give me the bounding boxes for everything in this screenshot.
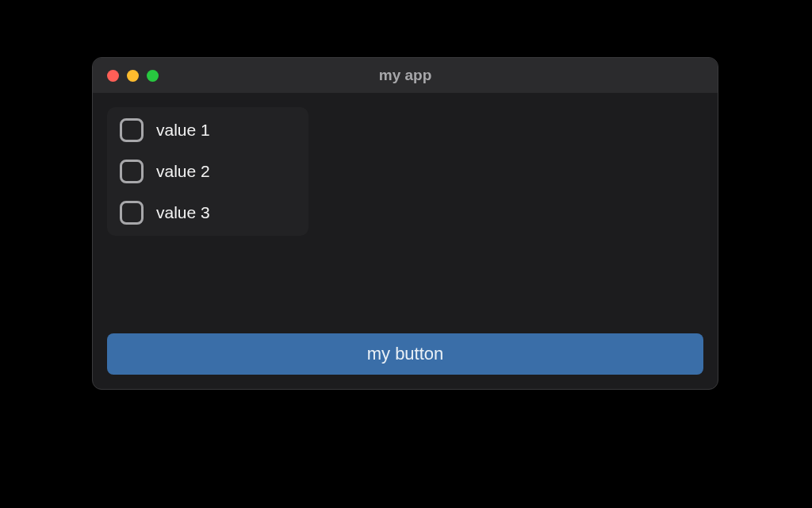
maximize-icon[interactable] xyxy=(147,70,159,82)
checkbox-icon xyxy=(120,118,144,142)
checkbox-group: value 1 value 2 value 3 xyxy=(107,107,308,236)
checkbox-value-1[interactable]: value 1 xyxy=(120,118,296,142)
minimize-icon[interactable] xyxy=(127,70,139,82)
checkbox-label: value 2 xyxy=(156,162,210,181)
window-content: value 1 value 2 value 3 my button xyxy=(93,93,718,389)
close-icon[interactable] xyxy=(107,70,119,82)
checkbox-value-2[interactable]: value 2 xyxy=(120,160,296,183)
window-title: my app xyxy=(93,67,718,84)
my-button[interactable]: my button xyxy=(107,333,703,375)
checkbox-label: value 3 xyxy=(156,203,210,222)
traffic-lights xyxy=(93,70,159,82)
titlebar: my app xyxy=(93,58,718,93)
checkbox-value-3[interactable]: value 3 xyxy=(120,201,296,225)
app-window: my app value 1 value 2 value 3 my button xyxy=(92,57,718,390)
checkbox-label: value 1 xyxy=(156,121,210,140)
checkbox-icon xyxy=(120,160,144,183)
checkbox-icon xyxy=(120,201,144,225)
